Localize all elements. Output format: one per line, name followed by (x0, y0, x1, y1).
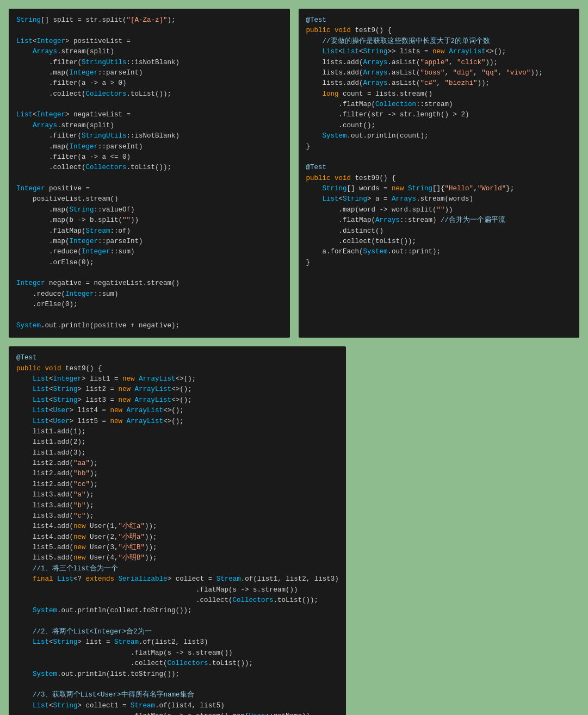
code-block-top-right: @Test public void test9() { //要做的操作是获取这些… (299, 9, 580, 338)
code-block-top-left: String[] split = str.split("[A-Za-z]"); … (9, 9, 290, 338)
code-block-bottom: @Test public void test9() { List<Integer… (9, 346, 346, 715)
